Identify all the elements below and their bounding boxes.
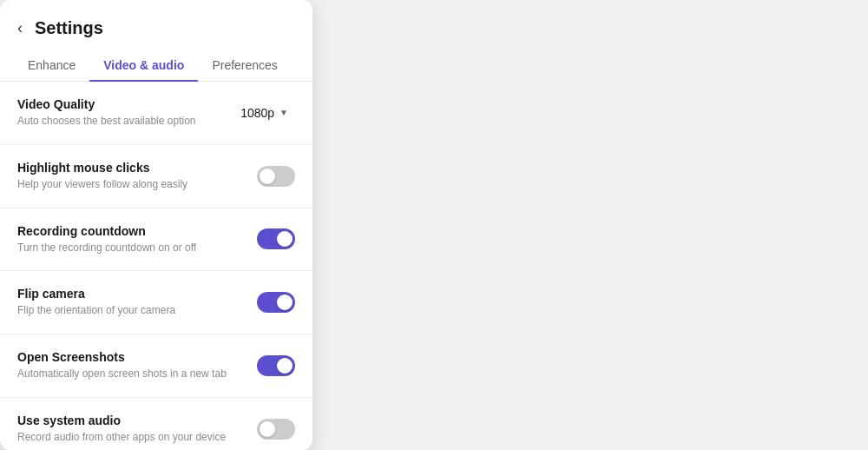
setting-info-open-screenshots: Open Screenshots Automatically open scre… <box>17 350 243 381</box>
header: ‹ Settings <box>0 0 312 50</box>
chevron-down-icon: ▼ <box>279 108 288 117</box>
setting-row-system-audio: Use system audio Record audio from other… <box>0 398 312 450</box>
setting-info-system-audio: Use system audio Record audio from other… <box>17 414 243 445</box>
tabs-bar: Enhance Video & audio Preferences <box>0 50 312 82</box>
setting-desc-video-quality: Auto chooses the best available option <box>17 114 220 129</box>
toggle-system-audio[interactable] <box>257 419 295 440</box>
video-quality-value: 1080p <box>240 106 274 120</box>
settings-panel: ‹ Settings Enhance Video & audio Prefere… <box>0 0 312 450</box>
setting-desc-flip-camera: Flip the orientation of your camera <box>17 303 243 318</box>
setting-row-flip-camera: Flip camera Flip the orientation of your… <box>0 271 312 334</box>
video-quality-dropdown[interactable]: 1080p ▼ <box>233 103 295 123</box>
setting-title-video-quality: Video Quality <box>17 97 220 111</box>
setting-title-highlight-mouse: Highlight mouse clicks <box>17 161 243 175</box>
toggle-flip-camera[interactable] <box>257 292 295 313</box>
settings-content: Video Quality Auto chooses the best avai… <box>0 82 312 450</box>
setting-desc-open-screenshots: Automatically open screen shots in a new… <box>17 367 243 381</box>
setting-desc-system-audio: Record audio from other apps on your dev… <box>17 430 243 445</box>
setting-title-recording-countdown: Recording countdown <box>17 224 243 238</box>
tab-enhance[interactable]: Enhance <box>14 50 89 81</box>
tab-video-audio[interactable]: Video & audio <box>89 50 198 81</box>
toggle-slider-recording-countdown <box>257 228 295 249</box>
setting-info-flip-camera: Flip camera Flip the orientation of your… <box>17 287 243 318</box>
back-button[interactable]: ‹ <box>14 16 26 41</box>
toggle-open-screenshots[interactable] <box>257 355 295 376</box>
setting-desc-recording-countdown: Turn the recording countdown on or off <box>17 241 243 255</box>
toggle-slider-system-audio <box>257 419 295 440</box>
back-icon: ‹ <box>17 19 23 37</box>
toggle-slider-highlight-mouse <box>257 166 295 187</box>
setting-info-recording-countdown: Recording countdown Turn the recording c… <box>17 224 243 255</box>
setting-title-flip-camera: Flip camera <box>17 287 243 301</box>
toggle-slider-open-screenshots <box>257 355 295 376</box>
setting-row-video-quality: Video Quality Auto chooses the best avai… <box>0 82 312 145</box>
setting-title-open-screenshots: Open Screenshots <box>17 350 243 364</box>
toggle-slider-flip-camera <box>257 292 295 313</box>
page-title: Settings <box>35 18 103 38</box>
setting-title-system-audio: Use system audio <box>17 414 243 427</box>
toggle-recording-countdown[interactable] <box>257 228 295 249</box>
setting-info-video-quality: Video Quality Auto chooses the best avai… <box>17 97 220 129</box>
tab-preferences[interactable]: Preferences <box>198 50 291 81</box>
setting-row-open-screenshots: Open Screenshots Automatically open scre… <box>0 334 312 398</box>
setting-desc-highlight-mouse: Help your viewers follow along easily <box>17 177 243 192</box>
setting-row-highlight-mouse: Highlight mouse clicks Help your viewers… <box>0 145 312 208</box>
setting-row-recording-countdown: Recording countdown Turn the recording c… <box>0 208 312 272</box>
setting-info-highlight-mouse: Highlight mouse clicks Help your viewers… <box>17 161 243 192</box>
toggle-highlight-mouse[interactable] <box>257 166 295 187</box>
